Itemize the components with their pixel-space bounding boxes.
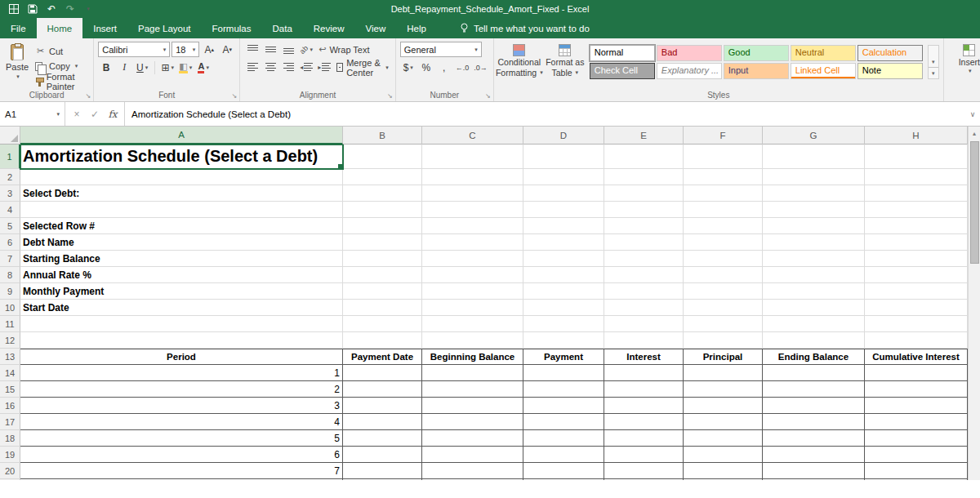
- cell-E15[interactable]: [604, 381, 684, 398]
- row-header-18[interactable]: 18: [0, 430, 20, 447]
- tab-data[interactable]: Data: [262, 18, 303, 38]
- cell-C15[interactable]: [422, 381, 523, 398]
- enter-button[interactable]: ✓: [86, 109, 104, 120]
- cell-D21[interactable]: [523, 479, 604, 480]
- row-header-6[interactable]: 6: [0, 234, 20, 251]
- decrease-decimal-button[interactable]: .0→: [472, 60, 489, 75]
- cell-B20[interactable]: [343, 463, 422, 479]
- bold-button[interactable]: B: [98, 60, 114, 75]
- increase-indent-button[interactable]: ▸: [316, 60, 332, 75]
- align-top-button[interactable]: [244, 42, 261, 57]
- cell-C20[interactable]: [422, 463, 523, 479]
- font-size-select[interactable]: 18 ▾: [172, 42, 199, 57]
- cell-F1[interactable]: [684, 145, 763, 169]
- cell-E18[interactable]: [604, 430, 684, 447]
- row-header-10[interactable]: 10: [0, 300, 20, 316]
- row-header-8[interactable]: 8: [0, 267, 20, 283]
- cell-A20[interactable]: 7: [20, 463, 343, 479]
- row-header-15[interactable]: 15: [0, 381, 20, 398]
- cell-C14[interactable]: [422, 365, 523, 381]
- cell-G20[interactable]: [763, 463, 865, 479]
- cell-C11[interactable]: [422, 316, 523, 332]
- align-right-button[interactable]: [280, 60, 296, 75]
- decrease-font-size-button[interactable]: A▾: [219, 42, 235, 57]
- cell-B3[interactable]: [343, 185, 422, 202]
- cell-F20[interactable]: [684, 463, 763, 479]
- cell-F14[interactable]: [684, 365, 763, 381]
- merge-center-button[interactable]: Merge & Center ▾: [334, 60, 391, 75]
- cell-F21[interactable]: [684, 479, 763, 480]
- conditional-formatting-button[interactable]: Conditional Formatting ▾: [498, 42, 541, 89]
- cell-G19[interactable]: [763, 447, 865, 463]
- cell-C16[interactable]: [422, 398, 523, 414]
- cell-B17[interactable]: [343, 414, 422, 430]
- cell-A2[interactable]: [20, 169, 343, 185]
- cell-C18[interactable]: [422, 430, 523, 447]
- cell-B1[interactable]: [343, 145, 422, 169]
- row-header-16[interactable]: 16: [0, 398, 20, 414]
- redo-button[interactable]: ↷: [62, 2, 78, 16]
- cell-H12[interactable]: [865, 332, 968, 349]
- cell-D8[interactable]: [523, 267, 604, 283]
- cell-A10[interactable]: Start Date: [20, 300, 343, 316]
- cell-E1[interactable]: [604, 145, 684, 169]
- column-header-E[interactable]: E: [604, 127, 684, 145]
- cut-button[interactable]: ✂ Cut: [33, 44, 89, 59]
- align-bottom-button[interactable]: [280, 42, 296, 57]
- row-header-17[interactable]: 17: [0, 414, 20, 430]
- cell-F4[interactable]: [684, 202, 763, 218]
- cell-A5[interactable]: Selected Row #: [20, 218, 343, 234]
- cell-A19[interactable]: 6: [20, 447, 343, 463]
- cell-H18[interactable]: [865, 430, 968, 447]
- cell-F10[interactable]: [684, 300, 763, 316]
- cell-D5[interactable]: [523, 218, 604, 234]
- cell-B2[interactable]: [343, 169, 422, 185]
- cell-C7[interactable]: [422, 251, 523, 267]
- insert-function-button[interactable]: fx: [104, 109, 122, 120]
- cell-G4[interactable]: [763, 202, 865, 218]
- cell-G12[interactable]: [763, 332, 865, 349]
- cell-A11[interactable]: [20, 316, 343, 332]
- tab-view[interactable]: View: [355, 18, 397, 38]
- style-neutral[interactable]: Neutral: [791, 45, 856, 61]
- cell-H19[interactable]: [865, 447, 968, 463]
- cell-B4[interactable]: [343, 202, 422, 218]
- fill-color-button[interactable]: ◧ ▾: [177, 60, 194, 75]
- cell-C2[interactable]: [422, 169, 523, 185]
- cell-E14[interactable]: [604, 365, 684, 381]
- row-header-9[interactable]: 9: [0, 283, 20, 300]
- cell-A12[interactable]: [20, 332, 343, 349]
- cell-B5[interactable]: [343, 218, 422, 234]
- cell-E20[interactable]: [604, 463, 684, 479]
- cell-D14[interactable]: [523, 365, 604, 381]
- cell-D4[interactable]: [523, 202, 604, 218]
- cell-F5[interactable]: [684, 218, 763, 234]
- cell-F15[interactable]: [684, 381, 763, 398]
- align-center-button[interactable]: [262, 60, 278, 75]
- cell-A9[interactable]: Monthly Payment: [20, 283, 343, 300]
- cell-H13[interactable]: Cumulative Interest: [865, 349, 968, 365]
- column-header-F[interactable]: F: [684, 127, 763, 145]
- formula-bar-expand-button[interactable]: ∨: [965, 102, 980, 126]
- cell-A4[interactable]: [20, 202, 343, 218]
- font-dialog-launcher[interactable]: ↘: [232, 92, 238, 100]
- cell-E17[interactable]: [604, 414, 684, 430]
- cell-A6[interactable]: Debt Name: [20, 234, 343, 251]
- cell-H11[interactable]: [865, 316, 968, 332]
- name-box[interactable]: A1 ▾: [0, 102, 65, 126]
- cell-B13[interactable]: Payment Date: [343, 349, 422, 365]
- row-header-3[interactable]: 3: [0, 185, 20, 202]
- row-header-7[interactable]: 7: [0, 251, 20, 267]
- increase-font-size-button[interactable]: A▴: [201, 42, 217, 57]
- cell-D17[interactable]: [523, 414, 604, 430]
- style-check-cell[interactable]: Check Cell: [590, 63, 655, 79]
- cell-F12[interactable]: [684, 332, 763, 349]
- select-all-corner[interactable]: [0, 127, 20, 144]
- italic-button[interactable]: I: [116, 60, 132, 75]
- cell-E12[interactable]: [604, 332, 684, 349]
- accounting-format-button[interactable]: $ ▾: [400, 60, 416, 75]
- cell-A13[interactable]: Period: [20, 349, 343, 365]
- cell-B9[interactable]: [343, 283, 422, 300]
- tab-insert[interactable]: Insert: [82, 18, 127, 38]
- row-header-1[interactable]: 1: [0, 145, 20, 169]
